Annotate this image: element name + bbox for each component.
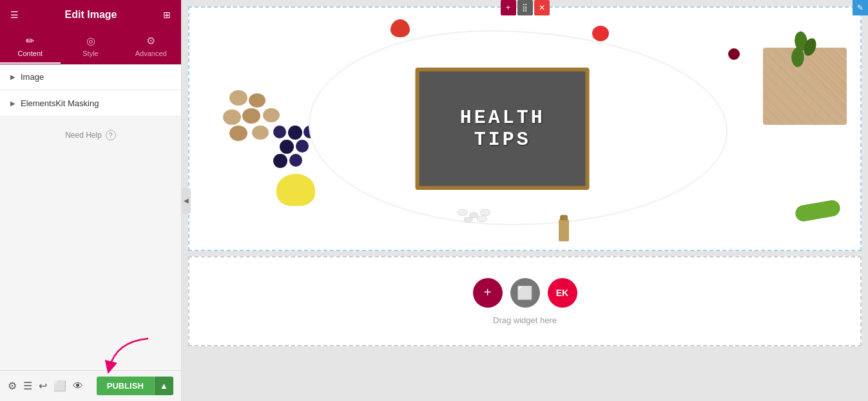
tab-style[interactable]: ◎ Style bbox=[61, 30, 121, 64]
image-widget-section: HEALTH TIPS bbox=[188, 6, 862, 251]
content-tab-icon: ✏ bbox=[26, 35, 34, 47]
content-tab-label: Content bbox=[18, 50, 43, 57]
empty-section-buttons: + ⬜ EK bbox=[473, 278, 577, 308]
publish-group: PUBLISH ▲ bbox=[97, 377, 173, 395]
wooden-board: HEALTH TIPS bbox=[416, 68, 590, 190]
drag-widget-label: Drag widget here bbox=[493, 315, 557, 325]
collapse-icon: ◀ bbox=[184, 197, 189, 204]
preview-icon[interactable]: 👁 bbox=[73, 380, 83, 392]
widget-toolbar: + ⣿ ✕ bbox=[501, 0, 550, 15]
plus-icon: + bbox=[484, 285, 492, 300]
app-container: ☰ Edit Image ⊞ ✏ Content ◎ Style ⚙ Advan… bbox=[0, 0, 868, 401]
section-image: ▶ Image bbox=[0, 64, 181, 90]
collapse-handle[interactable]: ◀ bbox=[182, 188, 191, 214]
section-masking-header[interactable]: ▶ ElementsKit Masking bbox=[0, 91, 181, 117]
style-tab-label: Style bbox=[82, 50, 98, 57]
advanced-tab-label: Advanced bbox=[135, 50, 167, 57]
chevron-right-icon-2: ▶ bbox=[10, 100, 15, 107]
small-bottle bbox=[559, 219, 569, 241]
section-masking-label: ElementsKit Masking bbox=[21, 98, 99, 108]
main-canvas: + ⣿ ✕ ✎ bbox=[182, 0, 868, 401]
history-icon[interactable]: ↩ bbox=[39, 380, 47, 392]
ek-button[interactable]: EK bbox=[548, 278, 577, 308]
chalkboard-line1: HEALTH bbox=[460, 107, 545, 129]
style-tab-icon: ◎ bbox=[86, 35, 95, 47]
help-icon[interactable]: ? bbox=[106, 130, 116, 140]
empty-widget-section: + ⬜ EK Drag widget here bbox=[188, 256, 862, 346]
sidebar: ☰ Edit Image ⊞ ✏ Content ◎ Style ⚙ Advan… bbox=[0, 0, 182, 401]
tab-advanced[interactable]: ⚙ Advanced bbox=[121, 30, 181, 64]
hamburger-icon[interactable]: ☰ bbox=[10, 10, 19, 20]
widget-move-button[interactable]: ⣿ bbox=[517, 0, 533, 15]
food-strawberry-1 bbox=[391, 19, 410, 37]
responsive-icon[interactable]: ⬜ bbox=[53, 380, 66, 392]
chalkboard-line2: TIPS bbox=[474, 129, 531, 151]
edit-corner-button[interactable]: ✎ bbox=[853, 0, 868, 15]
tab-content[interactable]: ✏ Content bbox=[0, 30, 61, 64]
sidebar-tabs: ✏ Content ◎ Style ⚙ Advanced bbox=[0, 30, 181, 64]
herbs-area bbox=[788, 32, 827, 83]
canvas-inner: HEALTH TIPS bbox=[182, 0, 868, 353]
edit-pencil-icon: ✎ bbox=[857, 3, 863, 12]
food-cucumber bbox=[794, 199, 841, 223]
section-image-header[interactable]: ▶ Image bbox=[0, 64, 181, 90]
chevron-right-icon: ▶ bbox=[10, 73, 15, 80]
need-help-label: Need Help bbox=[65, 131, 102, 140]
widget-icon: ⬜ bbox=[517, 285, 533, 301]
advanced-tab-icon: ⚙ bbox=[146, 35, 155, 47]
sidebar-footer: ⚙ ☰ ↩ ⬜ 👁 PUBLISH ▲ bbox=[0, 370, 181, 401]
chalkboard: HEALTH TIPS bbox=[420, 71, 586, 186]
sidebar-header: ☰ Edit Image ⊞ bbox=[0, 0, 181, 30]
layers-icon[interactable]: ☰ bbox=[23, 380, 32, 392]
grid-icon[interactable]: ⊞ bbox=[163, 10, 171, 20]
settings-icon[interactable]: ⚙ bbox=[8, 380, 17, 392]
food-strawberry-2 bbox=[592, 26, 609, 41]
widget-add-button[interactable]: + bbox=[501, 0, 516, 15]
publish-button[interactable]: PUBLISH bbox=[97, 377, 154, 395]
food-berry-2 bbox=[728, 48, 740, 60]
section-masking: ▶ ElementsKit Masking bbox=[0, 91, 181, 117]
pills-area bbox=[458, 209, 509, 228]
ek-icon: EK bbox=[556, 288, 568, 298]
publish-dropdown-button[interactable]: ▲ bbox=[154, 377, 173, 395]
sidebar-title: Edit Image bbox=[65, 9, 117, 21]
add-widget-button[interactable]: + bbox=[473, 278, 503, 308]
food-lemon bbox=[276, 174, 315, 206]
widget-library-button[interactable]: ⬜ bbox=[510, 278, 540, 308]
section-image-label: Image bbox=[21, 72, 44, 82]
health-image: HEALTH TIPS bbox=[189, 13, 860, 245]
need-help: Need Help ? bbox=[0, 117, 181, 153]
sidebar-content: ▶ Image ▶ ElementsKit Masking Need Help … bbox=[0, 64, 181, 370]
widget-close-button[interactable]: ✕ bbox=[534, 0, 550, 15]
